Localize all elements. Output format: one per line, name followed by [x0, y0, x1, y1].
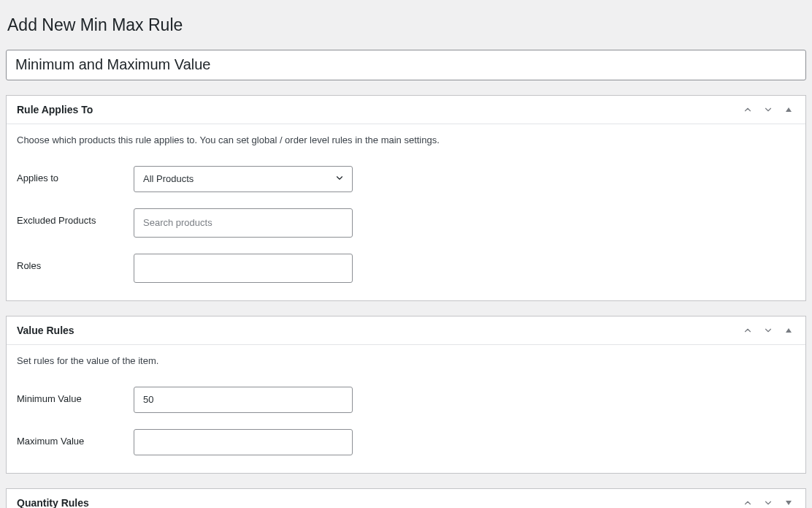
collapse-panel-icon[interactable] — [782, 103, 795, 116]
panel-header: Quantity Rules — [7, 489, 805, 508]
panel-quantity-rules: Quantity Rules — [6, 488, 806, 508]
collapse-panel-icon[interactable] — [782, 324, 795, 337]
roles-select[interactable] — [134, 254, 353, 283]
move-down-icon[interactable] — [762, 496, 775, 508]
expand-panel-icon[interactable] — [782, 496, 795, 508]
applies-to-value: All Products — [143, 173, 194, 184]
panel-controls — [741, 496, 795, 508]
title-wrap — [6, 50, 806, 80]
panel-controls — [741, 103, 795, 116]
row-roles: Roles — [17, 254, 795, 283]
row-applies-to: Applies to All Products — [17, 166, 795, 192]
move-down-icon[interactable] — [762, 103, 775, 116]
panel-body: Set rules for the value of the item. Min… — [7, 345, 805, 473]
label-min-value: Minimum Value — [17, 387, 134, 404]
label-max-value: Maximum Value — [17, 429, 134, 447]
max-value-input[interactable] — [134, 429, 353, 455]
panel-controls — [741, 324, 795, 337]
panel-body: Choose which products this rule applies … — [7, 124, 805, 300]
move-up-icon[interactable] — [741, 496, 754, 508]
move-up-icon[interactable] — [741, 103, 754, 116]
svg-marker-1 — [786, 328, 792, 333]
move-up-icon[interactable] — [741, 324, 754, 337]
panel-header: Value Rules — [7, 316, 805, 345]
panel-rule-applies-to: Rule Applies To Choose which products th… — [6, 95, 806, 301]
label-roles: Roles — [17, 254, 134, 271]
panel-title: Value Rules — [17, 325, 74, 336]
label-excluded-products: Excluded Products — [17, 208, 134, 226]
excluded-products-input[interactable] — [134, 208, 353, 238]
svg-marker-0 — [786, 107, 792, 112]
rule-title-input[interactable] — [6, 50, 806, 80]
label-applies-to: Applies to — [17, 166, 134, 183]
min-value-input[interactable] — [134, 387, 353, 413]
move-down-icon[interactable] — [762, 324, 775, 337]
row-excluded-products: Excluded Products — [17, 208, 795, 238]
chevron-down-icon — [334, 173, 345, 185]
panel-title: Rule Applies To — [17, 104, 93, 115]
row-min-value: Minimum Value — [17, 387, 795, 413]
row-max-value: Maximum Value — [17, 429, 795, 455]
applies-to-select[interactable]: All Products — [134, 166, 353, 192]
panel-title: Quantity Rules — [17, 497, 89, 508]
svg-marker-2 — [786, 501, 792, 505]
panel-description: Set rules for the value of the item. — [17, 355, 795, 366]
panel-value-rules: Value Rules Set rules for the value of t… — [6, 316, 806, 474]
page-heading: Add New Min Max Rule — [7, 15, 806, 37]
panel-description: Choose which products this rule applies … — [17, 134, 795, 145]
panel-header: Rule Applies To — [7, 96, 805, 124]
